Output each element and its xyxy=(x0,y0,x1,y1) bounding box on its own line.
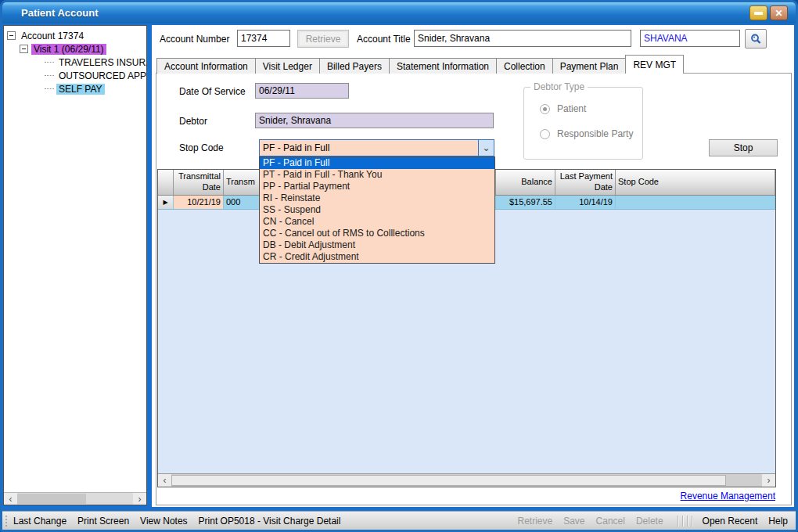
chevron-down-icon[interactable]: ⌄ xyxy=(478,140,494,156)
statusbar-separator-icon xyxy=(678,516,693,527)
tree-item-label[interactable]: Account 17374 xyxy=(19,31,86,41)
close-icon: ✕ xyxy=(775,9,782,18)
client-area: Account 17374 Visit 1 (06/29/11) TRAVELE… xyxy=(2,23,796,511)
stop-code-dropdown-list: PF - Paid in Full PT - Paid in Full - Th… xyxy=(259,156,495,264)
tab-rev-mgt[interactable]: REV MGT xyxy=(625,55,684,74)
radio-unselected-icon[interactable] xyxy=(540,129,550,139)
tree-item-label[interactable]: TRAVELERS INSURAN xyxy=(56,57,146,68)
scroll-left-icon[interactable]: ‹ xyxy=(4,493,17,505)
radio-patient-label: Patient xyxy=(557,103,586,114)
tab-billed-payers[interactable]: Billed Payers xyxy=(319,58,390,74)
tab-account-information[interactable]: Account Information xyxy=(156,58,256,74)
minimize-icon xyxy=(754,12,763,15)
radio-selected-icon[interactable] xyxy=(540,104,550,114)
tree-collapse-icon[interactable] xyxy=(7,31,16,40)
tree-item-self-pay[interactable]: SELF PAY xyxy=(7,82,146,95)
stop-code-option[interactable]: CC - Cancel out of RMS to Colllections xyxy=(260,228,494,239)
tree-item-travelers-insurance[interactable]: TRAVELERS INSURAN xyxy=(7,56,146,69)
statusbar-print-screen[interactable]: Print Screen xyxy=(77,516,129,527)
patient-search-input[interactable] xyxy=(640,30,740,47)
tree-item-account[interactable]: Account 17374 xyxy=(7,29,146,42)
radio-patient[interactable]: Patient xyxy=(540,103,586,114)
retrieve-button[interactable]: Retrieve xyxy=(297,30,349,48)
date-of-service-field[interactable]: 06/29/11 xyxy=(255,83,349,99)
statusbar-help[interactable]: Help xyxy=(768,516,788,527)
tree-horizontal-scrollbar[interactable]: ‹ › xyxy=(4,492,146,505)
stop-code-label: Stop Code xyxy=(179,142,224,153)
stop-code-value: PF - Paid in Full xyxy=(260,140,478,156)
stop-code-option[interactable]: CN - Cancel xyxy=(260,216,494,228)
statusbar-last-change[interactable]: Last Change xyxy=(13,516,66,527)
debtor-field[interactable]: Snider, Shravana xyxy=(255,113,494,128)
cell-balance[interactable]: $15,697.55 xyxy=(496,196,555,209)
account-tree-panel: Account 17374 Visit 1 (06/29/11) TRAVELE… xyxy=(3,25,147,505)
patient-account-window: Patient Account ✕ Account 17374 Visit 1 … xyxy=(0,0,798,532)
scroll-right-icon[interactable]: › xyxy=(133,493,146,505)
statusbar-save[interactable]: Save xyxy=(563,516,584,527)
grid-header-selector xyxy=(158,170,174,195)
debtor-label: Debtor xyxy=(179,116,207,127)
minimize-button[interactable] xyxy=(749,5,767,20)
tab-visit-ledger[interactable]: Visit Ledger xyxy=(255,58,320,74)
account-number-label: Account Number xyxy=(160,34,229,45)
stop-code-option[interactable]: CR - Credit Adjustment xyxy=(260,251,494,263)
status-bar: Last Change Print Screen View Notes Prin… xyxy=(2,511,796,530)
grid-horizontal-scrollbar[interactable]: ‹ › xyxy=(158,473,775,487)
tab-statement-information[interactable]: Statement Information xyxy=(389,58,497,74)
revenue-management-link[interactable]: Revenue Management xyxy=(681,491,775,501)
tree-connector xyxy=(45,88,54,89)
tree-item-label[interactable]: OUTSOURCED APPEA xyxy=(56,70,146,81)
close-button[interactable]: ✕ xyxy=(770,5,788,20)
grid-scrollbar-thumb[interactable] xyxy=(171,475,726,486)
date-of-service-label: Date Of Service xyxy=(179,86,246,97)
magnifier-icon xyxy=(749,33,762,45)
tree-item-label-selected-payer[interactable]: SELF PAY xyxy=(56,84,105,95)
search-button[interactable] xyxy=(745,29,767,49)
cell-last-payment-date[interactable]: 10/14/19 xyxy=(555,196,616,209)
radio-responsible-party[interactable]: Responsible Party xyxy=(540,128,633,139)
tree-item-label-selected-visit[interactable]: Visit 1 (06/29/11) xyxy=(31,44,106,55)
cell-stop-code[interactable] xyxy=(616,196,775,209)
stop-code-combobox[interactable]: PF - Paid in Full ⌄ xyxy=(259,139,494,156)
stop-code-option[interactable]: PF - Paid in Full xyxy=(260,157,494,169)
stop-code-option[interactable]: SS - Suspend xyxy=(260,204,494,216)
stop-code-option[interactable]: DB - Debit Adjustment xyxy=(260,239,494,251)
tree-connector xyxy=(45,75,54,76)
title-bar[interactable]: Patient Account ✕ xyxy=(2,2,796,23)
tree-item-outsourced-appeal[interactable]: OUTSOURCED APPEA xyxy=(7,69,146,82)
statusbar-view-notes[interactable]: View Notes xyxy=(140,516,187,527)
account-number-input[interactable] xyxy=(237,30,290,47)
scroll-left-icon[interactable]: ‹ xyxy=(158,474,171,487)
statusbar-cancel[interactable]: Cancel xyxy=(596,516,625,527)
radio-responsible-party-label: Responsible Party xyxy=(557,128,633,139)
grid-header-balance: Balance xyxy=(496,170,555,195)
stop-code-option[interactable]: RI - Reinstate xyxy=(260,192,494,204)
statusbar-retrieve[interactable]: Retrieve xyxy=(518,516,553,527)
statusbar-open-recent[interactable]: Open Recent xyxy=(703,516,758,527)
tree-scrollbar-thumb[interactable] xyxy=(17,494,86,504)
statusbar-print-op5018[interactable]: Print OP5018 - Visit Charge Detail xyxy=(199,516,341,527)
stop-button[interactable]: Stop xyxy=(709,139,778,156)
cell-transmittal-date[interactable]: 10/21/19 xyxy=(174,196,224,209)
tree-item-visit[interactable]: Visit 1 (06/29/11) xyxy=(7,42,146,56)
stop-code-option[interactable]: PT - Paid in Full - Thank You xyxy=(260,169,494,181)
scroll-right-icon[interactable]: › xyxy=(762,474,775,487)
tree-connector xyxy=(45,62,54,63)
tab-strip: Account Information Visit Ledger Billed … xyxy=(156,56,683,74)
grid-header-transmittal-date: Transmittal Date xyxy=(174,170,224,195)
grid-header-stop-code: Stop Code xyxy=(616,170,775,195)
statusbar-grip-icon xyxy=(5,516,7,527)
main-panel: Account Number Retrieve Account Title Ac… xyxy=(152,25,794,507)
account-title-label: Account Title xyxy=(357,34,411,45)
grid-header-last-payment-date: Last Payment Date xyxy=(555,170,616,195)
account-tree: Account 17374 Visit 1 (06/29/11) TRAVELE… xyxy=(4,26,146,95)
tab-payment-plan[interactable]: Payment Plan xyxy=(552,58,627,74)
tab-collection[interactable]: Collection xyxy=(496,58,553,74)
debtor-type-legend: Debtor Type xyxy=(530,81,588,92)
statusbar-delete[interactable]: Delete xyxy=(636,516,663,527)
tree-collapse-icon[interactable] xyxy=(20,45,28,53)
account-title-input[interactable] xyxy=(414,30,631,47)
stop-code-option[interactable]: PP - Partial Payment xyxy=(260,181,494,192)
rev-mgt-tab-page: Date Of Service 06/29/11 Debtor Snider, … xyxy=(156,73,792,505)
debtor-type-groupbox: Debtor Type Patient Responsible Party xyxy=(523,87,643,160)
